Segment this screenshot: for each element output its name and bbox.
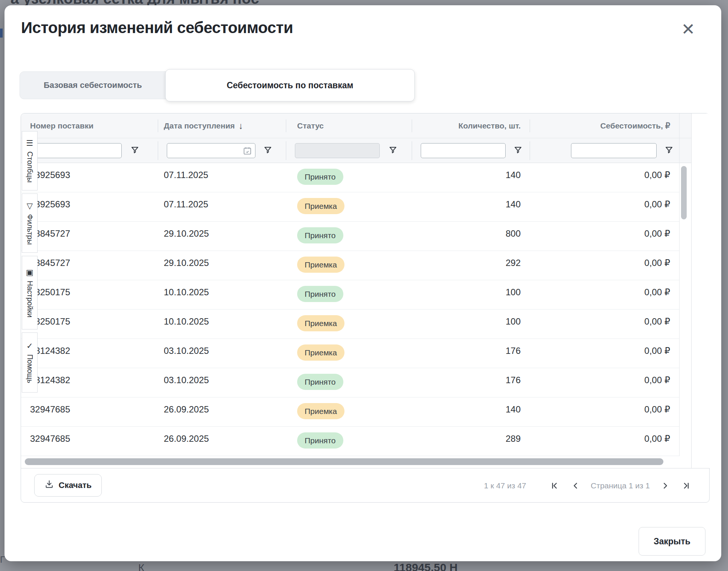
filter-funnel-icon[interactable] — [129, 145, 140, 156]
cell-cost: 0,00 ₽ — [644, 199, 670, 210]
table-row[interactable]: 3384572729.10.2025Принято8000,00 ₽ — [21, 222, 679, 251]
cell-quantity: 176 — [506, 346, 521, 356]
dialog-title: История изменений себестоимости — [21, 19, 293, 37]
cost-history-dialog: История изменений себестоимости ✕ Базова… — [5, 5, 721, 561]
status-badge: Приемка — [297, 315, 344, 331]
columns-icon: ☰ — [25, 139, 34, 148]
column-header-date[interactable]: Дата поступления ↓ — [164, 113, 243, 138]
column-divider — [158, 141, 158, 160]
cell-quantity: 292 — [506, 258, 521, 268]
filter-funnel-icon[interactable] — [512, 145, 524, 156]
cell-supply-number: 32947685 — [30, 434, 70, 444]
table-row[interactable]: 3392569307.11.2025Принято1400,00 ₽ — [21, 163, 679, 192]
status-badge: Принято — [297, 432, 343, 449]
side-tab-columns[interactable]: ☰ Столбцы — [22, 131, 38, 190]
cell-date: 03.10.2025 — [164, 375, 209, 385]
cell-date: 10.10.2025 — [164, 287, 209, 298]
row-range-label: 1 к 47 из 47 — [484, 481, 526, 490]
tab-base-cost[interactable]: Базовая себестоимость — [20, 71, 166, 99]
download-button[interactable]: Скачать — [34, 474, 102, 497]
status-badge: Приемка — [297, 403, 344, 419]
screen: а узелковая сетка для мытья пос 118945,5… — [0, 0, 728, 571]
page-indicator-label: Страница 1 из 1 — [591, 481, 650, 490]
table-row[interactable]: 3312438203.10.2025Принято1760,00 ₽ — [21, 368, 679, 397]
cell-date: 03.10.2025 — [164, 346, 209, 356]
column-divider — [530, 119, 530, 132]
column-header-supply-number[interactable]: Номер поставки — [30, 113, 94, 138]
calendar-icon[interactable] — [243, 146, 252, 157]
column-divider — [412, 141, 412, 160]
cell-quantity: 800 — [506, 228, 521, 239]
column-divider — [530, 141, 530, 160]
column-header-quantity[interactable]: Количество, шт. — [412, 113, 521, 138]
cell-cost: 0,00 ₽ — [644, 375, 670, 385]
filter-funnel-icon[interactable] — [262, 145, 273, 156]
last-page-icon[interactable] — [681, 480, 692, 491]
table-row[interactable]: 3312438203.10.2025Приемка1760,00 ₽ — [21, 339, 679, 368]
table-row[interactable]: 3384572729.10.2025Приемка2920,00 ₽ — [21, 251, 679, 280]
cell-quantity: 289 — [506, 434, 521, 444]
cell-cost: 0,00 ₽ — [644, 258, 670, 268]
cell-cost: 0,00 ₽ — [644, 346, 670, 356]
filter-input-supply-number[interactable] — [30, 143, 122, 158]
column-header-cost[interactable]: Себестоимость, ₽ — [530, 113, 670, 138]
status-badge: Приемка — [297, 257, 344, 273]
close-dialog-button[interactable]: Закрыть — [639, 527, 705, 556]
cell-date: 10.10.2025 — [164, 316, 209, 327]
tab-cost-by-supplies[interactable]: Себестоимость по поставкам — [165, 69, 415, 101]
vertical-scrollbar[interactable] — [681, 166, 687, 219]
status-badge: Принято — [297, 374, 343, 390]
column-divider — [412, 119, 412, 132]
cell-quantity: 140 — [506, 404, 521, 415]
column-header-status[interactable]: Статус — [297, 113, 324, 138]
table-rows: 3392569307.11.2025Принято1400,00 ₽339256… — [21, 163, 679, 456]
table-row[interactable]: 3325017510.10.2025Принято1000,00 ₽ — [21, 280, 679, 310]
status-badge: Приемка — [297, 198, 344, 214]
column-divider — [286, 141, 286, 160]
side-tab-help[interactable]: ✓ Помощь — [22, 332, 38, 393]
grid-right-border — [679, 113, 680, 456]
settings-icon: ▣ — [25, 268, 34, 277]
cell-supply-number: 32947685 — [30, 404, 70, 415]
cell-date: 07.11.2025 — [164, 199, 208, 210]
cell-date: 29.10.2025 — [164, 228, 209, 239]
cell-cost: 0,00 ₽ — [644, 404, 670, 415]
close-icon[interactable]: ✕ — [678, 19, 699, 40]
side-tab-settings[interactable]: ▣ Настройки — [22, 256, 38, 329]
cell-cost: 0,00 ₽ — [644, 434, 670, 444]
cell-quantity: 140 — [506, 199, 521, 210]
prev-page-icon[interactable] — [570, 480, 581, 491]
filter-input-quantity[interactable] — [421, 143, 506, 158]
status-badge: Принято — [297, 169, 343, 185]
cell-cost: 0,00 ₽ — [644, 287, 670, 298]
download-icon — [44, 479, 54, 491]
cell-quantity: 176 — [506, 375, 521, 385]
column-divider — [158, 119, 158, 132]
first-page-icon[interactable] — [549, 480, 560, 491]
status-badge: Принято — [297, 227, 343, 243]
horizontal-scrollbar[interactable] — [25, 458, 663, 465]
side-tab-filters[interactable]: ▽ Фильтры — [22, 193, 38, 253]
tool-panel-strip — [691, 113, 710, 468]
table-row[interactable]: 3325017510.10.2025Приемка1000,00 ₽ — [21, 310, 679, 339]
cell-quantity: 140 — [506, 170, 521, 180]
cell-cost: 0,00 ₽ — [644, 228, 670, 239]
cell-quantity: 100 — [506, 316, 521, 327]
table-row[interactable]: 3294768526.09.2025Принято2890,00 ₽ — [21, 427, 679, 456]
pagination: 1 к 47 из 47 Страница 1 из 1 — [484, 468, 692, 503]
table-footer: Скачать 1 к 47 из 47 Страница 1 из 1 — [21, 468, 709, 503]
filter-funnel-icon[interactable] — [663, 145, 675, 156]
filter-input-cost[interactable] — [571, 143, 657, 158]
next-page-icon[interactable] — [660, 480, 671, 491]
cell-quantity: 100 — [506, 287, 521, 298]
sort-desc-icon[interactable]: ↓ — [239, 121, 243, 131]
supplies-table: Номер поставки Дата поступления ↓ Статус… — [21, 113, 710, 503]
table-row[interactable]: 3294768526.09.2025Приемка1400,00 ₽ — [21, 397, 679, 427]
cell-date: 07.11.2025 — [164, 170, 208, 180]
table-row[interactable]: 3392569307.11.2025Приемка1400,00 ₽ — [21, 192, 679, 222]
filter-funnel-icon[interactable] — [387, 145, 399, 156]
filter-icon: ▽ — [25, 201, 34, 210]
cell-date: 26.09.2025 — [164, 404, 209, 415]
status-badge: Принято — [297, 286, 343, 302]
filter-input-date[interactable] — [167, 143, 255, 158]
